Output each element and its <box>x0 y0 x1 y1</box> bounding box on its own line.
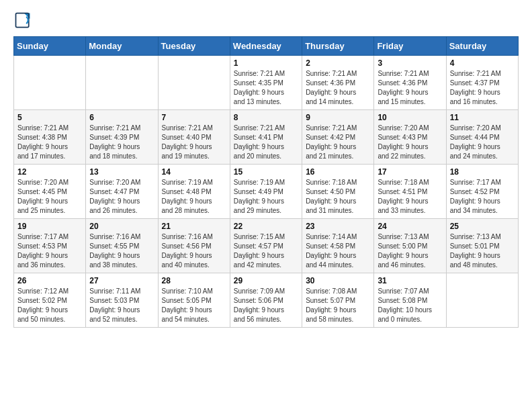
day-number: 4 <box>450 58 515 68</box>
calendar-cell: 29Sunrise: 7:09 AM Sunset: 5:06 PM Dayli… <box>230 273 302 328</box>
calendar-cell: 21Sunrise: 7:16 AM Sunset: 4:56 PM Dayli… <box>158 219 230 273</box>
day-info: Sunrise: 7:13 AM Sunset: 5:01 PM Dayligh… <box>450 232 515 270</box>
calendar-cell <box>86 56 158 110</box>
weekday-header-sunday: Sunday <box>14 37 86 56</box>
week-row-4: 26Sunrise: 7:12 AM Sunset: 5:02 PM Dayli… <box>14 273 519 328</box>
calendar-cell: 12Sunrise: 7:20 AM Sunset: 4:45 PM Dayli… <box>14 165 86 219</box>
day-info: Sunrise: 7:21 AM Sunset: 4:37 PM Dayligh… <box>450 69 515 107</box>
day-info: Sunrise: 7:17 AM Sunset: 4:52 PM Dayligh… <box>450 178 515 216</box>
day-number: 3 <box>378 58 442 68</box>
calendar-cell: 7Sunrise: 7:21 AM Sunset: 4:40 PM Daylig… <box>158 110 230 165</box>
day-number: 16 <box>306 167 370 177</box>
calendar-cell <box>446 273 518 328</box>
calendar-cell: 9Sunrise: 7:21 AM Sunset: 4:42 PM Daylig… <box>302 110 374 165</box>
day-info: Sunrise: 7:19 AM Sunset: 4:48 PM Dayligh… <box>162 178 226 216</box>
week-row-2: 12Sunrise: 7:20 AM Sunset: 4:45 PM Dayli… <box>14 165 519 219</box>
day-info: Sunrise: 7:20 AM Sunset: 4:43 PM Dayligh… <box>378 124 442 161</box>
weekday-header-row: SundayMondayTuesdayWednesdayThursdayFrid… <box>14 37 519 56</box>
calendar-cell: 24Sunrise: 7:13 AM Sunset: 5:00 PM Dayli… <box>374 219 446 273</box>
day-number: 31 <box>378 276 442 285</box>
calendar-cell: 11Sunrise: 7:20 AM Sunset: 4:44 PM Dayli… <box>446 110 518 165</box>
day-number: 15 <box>234 167 298 177</box>
day-info: Sunrise: 7:16 AM Sunset: 4:55 PM Dayligh… <box>89 232 154 270</box>
calendar-cell: 30Sunrise: 7:08 AM Sunset: 5:07 PM Dayli… <box>302 273 374 328</box>
day-info: Sunrise: 7:21 AM Sunset: 4:41 PM Dayligh… <box>234 124 298 161</box>
day-info: Sunrise: 7:21 AM Sunset: 4:42 PM Dayligh… <box>306 124 370 161</box>
calendar-cell: 26Sunrise: 7:12 AM Sunset: 5:02 PM Dayli… <box>14 273 86 328</box>
calendar-cell: 20Sunrise: 7:16 AM Sunset: 4:55 PM Dayli… <box>86 219 158 273</box>
day-number: 2 <box>306 58 370 68</box>
calendar-cell: 22Sunrise: 7:15 AM Sunset: 4:57 PM Dayli… <box>230 219 302 273</box>
day-number: 22 <box>234 222 298 231</box>
day-info: Sunrise: 7:18 AM Sunset: 4:50 PM Dayligh… <box>306 178 370 216</box>
day-number: 6 <box>89 113 154 122</box>
weekday-header-tuesday: Tuesday <box>158 37 230 56</box>
day-info: Sunrise: 7:11 AM Sunset: 5:03 PM Dayligh… <box>89 287 154 324</box>
day-info: Sunrise: 7:13 AM Sunset: 5:00 PM Dayligh… <box>378 232 442 270</box>
day-info: Sunrise: 7:21 AM Sunset: 4:38 PM Dayligh… <box>17 124 82 161</box>
calendar-cell: 5Sunrise: 7:21 AM Sunset: 4:38 PM Daylig… <box>14 110 86 165</box>
day-number: 27 <box>89 276 154 285</box>
calendar-cell: 17Sunrise: 7:18 AM Sunset: 4:51 PM Dayli… <box>374 165 446 219</box>
weekday-header-saturday: Saturday <box>446 37 518 56</box>
calendar-cell <box>14 56 86 110</box>
day-info: Sunrise: 7:17 AM Sunset: 4:53 PM Dayligh… <box>17 232 82 270</box>
calendar-cell: 4Sunrise: 7:21 AM Sunset: 4:37 PM Daylig… <box>446 56 518 110</box>
day-number: 10 <box>378 113 442 122</box>
day-number: 23 <box>306 222 370 231</box>
calendar-cell: 19Sunrise: 7:17 AM Sunset: 4:53 PM Dayli… <box>14 219 86 273</box>
week-row-0: 1Sunrise: 7:21 AM Sunset: 4:35 PM Daylig… <box>14 56 519 110</box>
day-number: 18 <box>450 167 515 177</box>
calendar-cell: 3Sunrise: 7:21 AM Sunset: 4:36 PM Daylig… <box>374 56 446 110</box>
day-number: 25 <box>450 222 515 231</box>
day-number: 30 <box>306 276 370 285</box>
day-info: Sunrise: 7:10 AM Sunset: 5:05 PM Dayligh… <box>162 287 226 324</box>
header <box>13 11 519 30</box>
day-info: Sunrise: 7:21 AM Sunset: 4:36 PM Dayligh… <box>378 69 442 107</box>
calendar-cell: 15Sunrise: 7:19 AM Sunset: 4:49 PM Dayli… <box>230 165 302 219</box>
day-info: Sunrise: 7:21 AM Sunset: 4:40 PM Dayligh… <box>162 124 226 161</box>
calendar-cell: 16Sunrise: 7:18 AM Sunset: 4:50 PM Dayli… <box>302 165 374 219</box>
day-info: Sunrise: 7:21 AM Sunset: 4:35 PM Dayligh… <box>234 69 298 107</box>
day-number: 12 <box>17 167 82 177</box>
day-number: 14 <box>162 167 226 177</box>
day-number: 8 <box>234 113 298 122</box>
logo-icon <box>13 11 32 30</box>
calendar-cell: 1Sunrise: 7:21 AM Sunset: 4:35 PM Daylig… <box>230 56 302 110</box>
weekday-header-wednesday: Wednesday <box>230 37 302 56</box>
day-info: Sunrise: 7:20 AM Sunset: 4:47 PM Dayligh… <box>89 178 154 216</box>
calendar-cell: 27Sunrise: 7:11 AM Sunset: 5:03 PM Dayli… <box>86 273 158 328</box>
day-info: Sunrise: 7:18 AM Sunset: 4:51 PM Dayligh… <box>378 178 442 216</box>
day-info: Sunrise: 7:20 AM Sunset: 4:45 PM Dayligh… <box>17 178 82 216</box>
calendar-cell: 31Sunrise: 7:07 AM Sunset: 5:08 PM Dayli… <box>374 273 446 328</box>
day-info: Sunrise: 7:09 AM Sunset: 5:06 PM Dayligh… <box>234 287 298 324</box>
day-info: Sunrise: 7:15 AM Sunset: 4:57 PM Dayligh… <box>234 232 298 270</box>
day-number: 11 <box>450 113 515 122</box>
weekday-header-monday: Monday <box>86 37 158 56</box>
week-row-1: 5Sunrise: 7:21 AM Sunset: 4:38 PM Daylig… <box>14 110 519 165</box>
calendar-cell: 10Sunrise: 7:20 AM Sunset: 4:43 PM Dayli… <box>374 110 446 165</box>
day-info: Sunrise: 7:07 AM Sunset: 5:08 PM Dayligh… <box>378 287 442 324</box>
calendar-cell: 25Sunrise: 7:13 AM Sunset: 5:01 PM Dayli… <box>446 219 518 273</box>
calendar-cell <box>158 56 230 110</box>
day-number: 7 <box>162 113 226 122</box>
calendar-table: SundayMondayTuesdayWednesdayThursdayFrid… <box>13 36 519 328</box>
day-info: Sunrise: 7:19 AM Sunset: 4:49 PM Dayligh… <box>234 178 298 216</box>
week-row-3: 19Sunrise: 7:17 AM Sunset: 4:53 PM Dayli… <box>14 219 519 273</box>
day-number: 26 <box>17 276 82 285</box>
day-number: 1 <box>234 58 298 68</box>
calendar-cell: 18Sunrise: 7:17 AM Sunset: 4:52 PM Dayli… <box>446 165 518 219</box>
calendar-cell: 2Sunrise: 7:21 AM Sunset: 4:36 PM Daylig… <box>302 56 374 110</box>
day-number: 29 <box>234 276 298 285</box>
day-number: 13 <box>89 167 154 177</box>
day-number: 20 <box>89 222 154 231</box>
day-info: Sunrise: 7:12 AM Sunset: 5:02 PM Dayligh… <box>17 287 82 324</box>
calendar-cell: 13Sunrise: 7:20 AM Sunset: 4:47 PM Dayli… <box>86 165 158 219</box>
day-info: Sunrise: 7:21 AM Sunset: 4:36 PM Dayligh… <box>306 69 370 107</box>
logo <box>13 11 35 30</box>
day-number: 19 <box>17 222 82 231</box>
calendar-cell: 23Sunrise: 7:14 AM Sunset: 4:58 PM Dayli… <box>302 219 374 273</box>
calendar-cell: 8Sunrise: 7:21 AM Sunset: 4:41 PM Daylig… <box>230 110 302 165</box>
day-number: 28 <box>162 276 226 285</box>
weekday-header-thursday: Thursday <box>302 37 374 56</box>
